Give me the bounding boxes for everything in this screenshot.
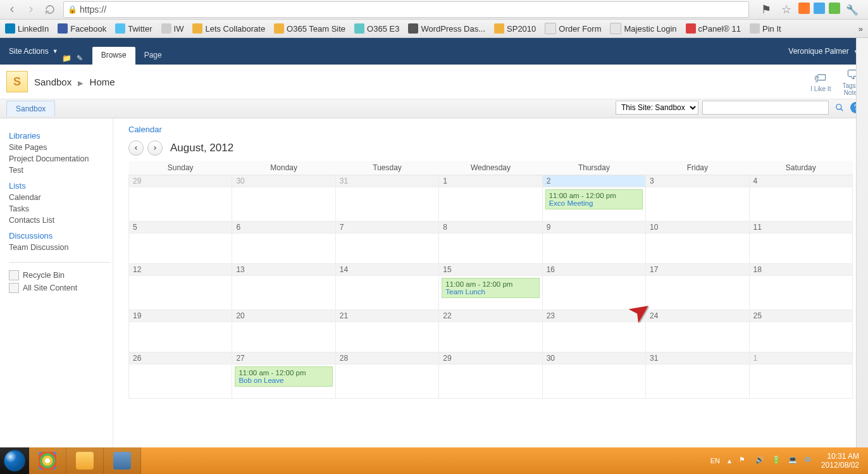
- bookmark-item[interactable]: WordPress Das...: [408, 23, 485, 34]
- calendar-cell[interactable]: 21: [335, 310, 438, 352]
- calendar-cell[interactable]: 1511:00 am - 12:00 pmTeam Lunch: [439, 264, 542, 310]
- user-menu[interactable]: Veronique Palmer ▼: [788, 47, 859, 56]
- search-input[interactable]: [702, 101, 829, 115]
- navigate-up-icon[interactable]: 📁: [61, 52, 73, 65]
- bookmark-item[interactable]: Order Form: [545, 23, 601, 34]
- address-bar[interactable]: 🔒 https://: [63, 1, 749, 18]
- calendar-event[interactable]: 11:00 am - 12:00 pmExco Meeting: [545, 189, 643, 209]
- extension-icon[interactable]: [798, 3, 810, 14]
- volume-icon[interactable]: 🔊: [755, 456, 766, 466]
- calendar-cell[interactable]: 24: [646, 310, 749, 352]
- bookmarks-overflow-button[interactable]: »: [859, 24, 863, 34]
- language-indicator[interactable]: EN: [710, 457, 720, 465]
- bookmark-item[interactable]: Facebook: [58, 23, 106, 34]
- calendar-cell[interactable]: 14: [335, 264, 438, 310]
- webpart-title[interactable]: Calendar: [128, 125, 853, 134]
- next-month-button[interactable]: [147, 140, 163, 156]
- calendar-cell[interactable]: 22: [439, 310, 542, 352]
- bookmark-item[interactable]: Pin It: [750, 23, 781, 34]
- bookmark-item[interactable]: O365 Team Site: [274, 23, 345, 34]
- bookmark-item[interactable]: SP2010: [494, 23, 536, 34]
- back-button[interactable]: [4, 3, 20, 16]
- calendar-cell[interactable]: 31: [335, 175, 438, 221]
- bookmark-item[interactable]: LinkedIn: [5, 23, 49, 34]
- calendar-cell[interactable]: 10: [646, 221, 749, 264]
- tab-browse[interactable]: Browse: [92, 47, 135, 65]
- sidebar-item[interactable]: Project Documentation: [9, 154, 110, 163]
- calendar-cell[interactable]: 2711:00 am - 12:00 pmBob on Leave: [232, 352, 335, 399]
- breadcrumb-site[interactable]: Sandbox: [34, 77, 71, 87]
- calendar-cell[interactable]: 12: [129, 264, 232, 310]
- calendar-cell[interactable]: 30: [542, 352, 645, 399]
- bookmark-this-page-icon[interactable]: ⚑: [758, 3, 774, 16]
- calendar-cell[interactable]: 29: [439, 352, 542, 399]
- calendar-cell[interactable]: 16: [542, 264, 645, 310]
- bookmark-item[interactable]: O365 E3: [354, 23, 399, 34]
- wrench-icon[interactable]: 🔧: [844, 3, 860, 16]
- sidebar-item[interactable]: Contacts List: [9, 216, 110, 225]
- calendar-cell[interactable]: 4: [749, 175, 852, 221]
- recycle-bin-link[interactable]: Recycle Bin: [9, 270, 110, 280]
- calendar-cell[interactable]: 20: [232, 310, 335, 352]
- calendar-cell[interactable]: 18: [749, 264, 852, 310]
- top-nav-tab-sandbox[interactable]: Sandbox: [6, 101, 55, 116]
- calendar-cell[interactable]: 8: [439, 221, 542, 264]
- battery-icon[interactable]: 🔋: [772, 456, 782, 466]
- extension-icon[interactable]: [829, 3, 840, 14]
- calendar-cell[interactable]: 7: [335, 221, 438, 264]
- calendar-cell[interactable]: 17: [646, 264, 749, 310]
- bookmark-item[interactable]: Lets Collaborate: [192, 23, 265, 34]
- reload-button[interactable]: [42, 3, 58, 16]
- calendar-cell[interactable]: 1: [749, 352, 852, 399]
- site-actions-menu[interactable]: Site Actions ▼: [6, 44, 61, 58]
- flag-icon[interactable]: ⚑: [739, 456, 749, 466]
- calendar-cell[interactable]: 9: [542, 221, 645, 264]
- all-site-content-link[interactable]: All Site Content: [9, 283, 110, 293]
- bookmark-item[interactable]: Twitter: [115, 23, 152, 34]
- calendar-cell[interactable]: 31: [646, 352, 749, 399]
- calendar-cell[interactable]: 6: [232, 221, 335, 264]
- calendar-cell[interactable]: 13: [232, 264, 335, 310]
- calendar-event[interactable]: 11:00 am - 12:00 pmBob on Leave: [235, 366, 332, 387]
- extension-icon[interactable]: [814, 3, 825, 14]
- calendar-cell[interactable]: 29: [129, 175, 232, 221]
- edit-page-icon[interactable]: ✎: [73, 52, 86, 65]
- calendar-event[interactable]: 11:00 am - 12:00 pmTeam Lunch: [442, 278, 539, 298]
- bookmark-item[interactable]: cPanel® 11: [686, 23, 741, 34]
- taskbar-app-other[interactable]: [104, 447, 141, 474]
- calendar-cell[interactable]: 23: [542, 310, 645, 352]
- show-hidden-icons-button[interactable]: ▲: [726, 458, 733, 465]
- calendar-cell[interactable]: 3: [646, 175, 749, 221]
- start-button[interactable]: [0, 447, 29, 474]
- sidebar-item[interactable]: Team Discussion: [9, 243, 110, 252]
- taskbar-app-outlook[interactable]: [66, 447, 104, 474]
- star-icon[interactable]: ☆: [778, 3, 795, 16]
- taskbar-clock[interactable]: 10:31 AM 2012/08/02: [821, 452, 859, 470]
- calendar-cell[interactable]: 5: [129, 221, 232, 264]
- sync-icon[interactable]: ❂: [805, 456, 815, 466]
- site-logo[interactable]: S: [6, 71, 28, 92]
- taskbar-app-chrome[interactable]: [29, 447, 66, 474]
- sidebar-item[interactable]: Site Pages: [9, 143, 110, 152]
- calendar-cell[interactable]: 30: [232, 175, 335, 221]
- calendar-cell[interactable]: 26: [129, 352, 232, 399]
- calendar-cell[interactable]: 1: [439, 175, 542, 221]
- bookmark-item[interactable]: Majestic Login: [610, 23, 676, 34]
- page-scrollbar[interactable]: [856, 38, 868, 447]
- sidebar-item[interactable]: Calendar: [9, 193, 110, 202]
- forward-button[interactable]: [23, 3, 39, 16]
- calendar-cell[interactable]: 11: [749, 221, 852, 264]
- breadcrumb-page[interactable]: Home: [90, 77, 115, 87]
- i-like-it-button[interactable]: 🏷 I Like It: [810, 71, 831, 92]
- search-scope-select[interactable]: This Site: Sandbox: [616, 101, 698, 115]
- calendar-cell[interactable]: 19: [129, 310, 232, 352]
- network-icon[interactable]: 💻: [788, 456, 798, 466]
- search-button[interactable]: [833, 101, 846, 115]
- calendar-cell[interactable]: 28: [335, 352, 438, 399]
- sidebar-item[interactable]: Test: [9, 166, 110, 175]
- prev-month-button[interactable]: [128, 140, 144, 156]
- calendar-cell[interactable]: 211:00 am - 12:00 pmExco Meeting: [542, 175, 645, 221]
- sidebar-item[interactable]: Tasks: [9, 204, 110, 213]
- tab-page[interactable]: Page: [135, 47, 171, 65]
- calendar-cell[interactable]: 25: [749, 310, 852, 352]
